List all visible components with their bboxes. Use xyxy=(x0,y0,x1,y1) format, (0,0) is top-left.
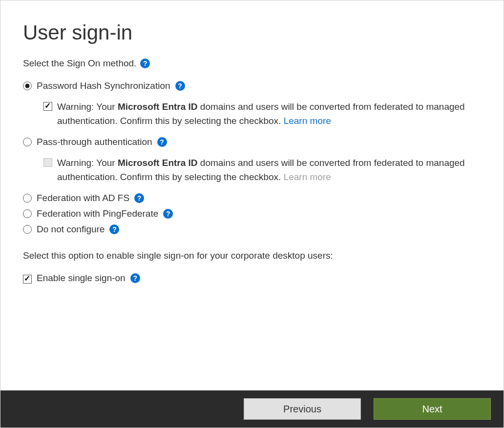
option-none[interactable]: Do not configure ? xyxy=(23,224,481,235)
intro-text: Select the Sign On method. xyxy=(23,58,136,69)
option-phs[interactable]: Password Hash Synchronization ? xyxy=(23,81,481,91)
help-icon[interactable]: ? xyxy=(175,81,185,91)
footer-bar: Previous Next xyxy=(0,390,504,428)
pta-warning-text: Warning: Your Microsoft Entra ID domains… xyxy=(57,156,481,184)
option-pta-label: Pass-through authentication xyxy=(37,137,152,147)
option-none-label: Do not configure xyxy=(37,224,105,235)
radio-adfs[interactable] xyxy=(23,194,32,203)
help-icon[interactable]: ? xyxy=(130,273,140,283)
radio-pta[interactable] xyxy=(23,138,32,146)
phs-learn-more-link[interactable]: Learn more xyxy=(284,116,331,126)
radio-phs[interactable] xyxy=(23,82,32,90)
pta-warning-bold: Microsoft Entra ID xyxy=(118,158,198,168)
phs-warning-block: Warning: Your Microsoft Entra ID domains… xyxy=(43,100,481,128)
page-title: User sign-in xyxy=(23,21,481,44)
option-adfs[interactable]: Federation with AD FS ? xyxy=(23,193,481,204)
option-ping-label: Federation with PingFederate xyxy=(37,208,158,219)
sso-label: Enable single sign-on xyxy=(37,273,126,284)
help-icon[interactable]: ? xyxy=(163,209,173,219)
radio-none[interactable] xyxy=(23,225,32,234)
phs-warning-checkbox[interactable] xyxy=(43,102,52,111)
option-ping[interactable]: Federation with PingFederate ? xyxy=(23,208,481,219)
phs-warning-text: Warning: Your Microsoft Entra ID domains… xyxy=(57,100,481,128)
intro-row: Select the Sign On method. ? xyxy=(23,58,481,69)
help-icon[interactable]: ? xyxy=(109,224,119,234)
next-button[interactable]: Next xyxy=(374,398,491,420)
pta-warning-prefix: Warning: Your xyxy=(57,158,118,168)
sso-intro: Select this option to enable single sign… xyxy=(23,250,481,261)
pta-warning-block: Warning: Your Microsoft Entra ID domains… xyxy=(43,156,481,184)
phs-warning-prefix: Warning: Your xyxy=(57,102,118,112)
pta-learn-more-link: Learn more xyxy=(284,172,331,182)
option-adfs-label: Federation with AD FS xyxy=(37,193,129,204)
option-phs-label: Password Hash Synchronization xyxy=(37,81,170,91)
previous-button[interactable]: Previous xyxy=(244,398,361,420)
sso-section: Select this option to enable single sign… xyxy=(23,250,481,284)
option-pta[interactable]: Pass-through authentication ? xyxy=(23,137,481,147)
main-content: User sign-in Select the Sign On method. … xyxy=(0,0,504,390)
phs-warning-bold: Microsoft Entra ID xyxy=(118,102,198,112)
help-icon[interactable]: ? xyxy=(134,193,144,203)
help-icon[interactable]: ? xyxy=(140,59,150,68)
sso-checkbox[interactable] xyxy=(23,275,32,284)
signin-method-group: Password Hash Synchronization ? Warning:… xyxy=(23,81,481,235)
help-icon[interactable]: ? xyxy=(157,137,167,147)
radio-ping[interactable] xyxy=(23,209,32,218)
sso-row[interactable]: Enable single sign-on ? xyxy=(23,273,481,284)
pta-warning-checkbox xyxy=(43,158,52,167)
